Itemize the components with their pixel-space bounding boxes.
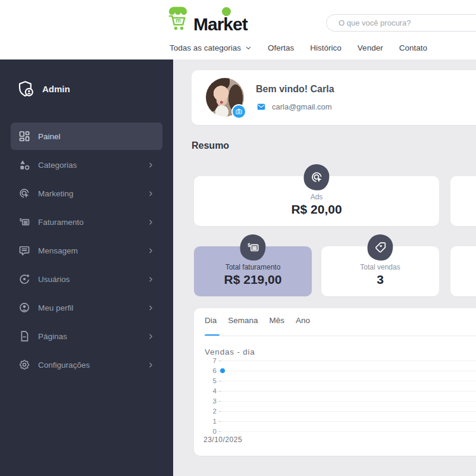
sidebar-item-label: Painel (38, 132, 155, 141)
gear-icon (18, 359, 30, 371)
admin-header: Admin (17, 80, 70, 98)
y-axis-tick: 3 (205, 397, 476, 405)
welcome-greeting: Bem vindo! Carla (256, 84, 334, 95)
x-axis-label: 23/10/2025 (203, 436, 242, 444)
tick-label: 7 (205, 357, 217, 364)
stat-label: Total vendas (321, 263, 439, 271)
sidebar-item-marketing[interactable]: Marketing (11, 180, 162, 207)
chevron-right-icon (147, 333, 155, 340)
admin-sidebar: Admin Painel Categorias (0, 60, 173, 476)
tab-dia[interactable]: Dia (205, 316, 217, 325)
sidebar-item-paginas[interactable]: Páginas (11, 322, 162, 350)
top-header: m Market Todas as categorias Ofertas His… (0, 0, 476, 60)
gridline (221, 381, 476, 381)
nav-contact[interactable]: Contato (399, 43, 427, 52)
sidebar-menu: Painel Categorias Marketing (11, 123, 162, 380)
svg-text:m: m (176, 17, 181, 24)
sidebar-item-faturamento[interactable]: $ Faturamento (11, 208, 162, 236)
click-icon (18, 187, 30, 199)
sidebar-item-mensagem[interactable]: Mensagem (11, 237, 162, 264)
gridline (221, 401, 476, 402)
sidebar-item-usuarios[interactable]: Usuários (11, 265, 162, 293)
tag-icon (374, 241, 387, 254)
invoice-icon: $ (18, 216, 30, 228)
stat-label: Ads (194, 193, 439, 201)
envelope-icon (256, 102, 267, 111)
sidebar-item-label: Mensagem (38, 246, 147, 255)
main-nav: Todas as categorias Ofertas Histórico Ve… (170, 43, 427, 52)
svg-text:$: $ (248, 243, 250, 248)
y-axis-tick: 0 (205, 427, 476, 436)
gridline (221, 391, 476, 392)
tick-label: 0 (205, 428, 217, 435)
sidebar-item-configuracoes[interactable]: Configurações (11, 351, 162, 378)
gridline (221, 431, 476, 432)
stat-card-vendas[interactable]: Total vendas 3 (321, 246, 439, 296)
stat-card-partial[interactable] (450, 176, 476, 226)
nav-label: Histórico (310, 43, 342, 52)
sidebar-item-label: Categorias (38, 161, 147, 170)
nav-label: Vender (358, 43, 383, 52)
chevron-right-icon (147, 161, 155, 169)
tab-mes[interactable]: Mês (270, 316, 285, 325)
stat-badge (367, 234, 394, 262)
sidebar-item-meu-perfil[interactable]: Meu perfil (11, 294, 162, 321)
logo[interactable]: m Market (165, 5, 248, 35)
stat-value: R$ 219,00 (194, 273, 312, 287)
user-plus-icon (18, 273, 30, 285)
stat-card-partial[interactable] (450, 246, 476, 296)
tab-semana[interactable]: Semana (228, 316, 258, 325)
sidebar-item-categorias[interactable]: Categorias (11, 151, 162, 178)
stat-label: Total faturamento (194, 263, 312, 271)
tab-ano[interactable]: Ano (296, 316, 310, 325)
nav-history[interactable]: Histórico (310, 43, 342, 52)
tick-label: 2 (205, 408, 217, 415)
y-axis-tick: 2 (205, 407, 476, 415)
tabs-divider (205, 336, 476, 336)
data-point (220, 368, 225, 373)
chevron-right-icon (147, 247, 155, 255)
change-photo-button[interactable] (231, 104, 246, 119)
gridline (221, 361, 476, 361)
tick-label: 1 (205, 418, 217, 425)
cart-logo-icon: m (165, 5, 191, 35)
tick-label: 6 (205, 367, 217, 374)
y-axis-tick: 6 (205, 367, 476, 375)
nav-sell[interactable]: Vender (358, 43, 383, 52)
welcome-card: Bem vindo! Carla carla@gmail.com (192, 70, 476, 125)
sidebar-item-label: Usuários (38, 275, 147, 284)
nav-label: Contato (399, 43, 427, 52)
sidebar-item-label: Configurações (38, 361, 147, 369)
gridline (221, 421, 476, 422)
user-circle-icon (18, 302, 30, 314)
camera-icon (235, 108, 243, 115)
tick-label: 3 (205, 397, 217, 405)
user-email: carla@gmail.com (272, 102, 332, 111)
stat-value: 3 (321, 273, 439, 287)
logo-dot (222, 7, 231, 16)
section-title: Resumo (192, 140, 229, 151)
email-row: carla@gmail.com (256, 102, 332, 111)
document-icon (18, 330, 30, 342)
message-icon (18, 245, 30, 256)
logo-text: Market (193, 14, 248, 35)
ad-click-icon (310, 171, 323, 184)
shapes-icon (18, 159, 30, 171)
search-input[interactable] (326, 14, 476, 32)
main-content: Bem vindo! Carla carla@gmail.com Resumo … (173, 60, 476, 476)
sidebar-item-painel[interactable]: Painel (11, 123, 162, 150)
tick-label: 5 (205, 377, 217, 384)
stat-card-ads[interactable]: Ads R$ 20,00 (194, 176, 439, 226)
nav-all-categories[interactable]: Todas as categorias (170, 43, 252, 52)
y-axis-tick: 7 (205, 356, 476, 365)
nav-label: Ofertas (268, 43, 294, 52)
chevron-right-icon (147, 361, 155, 369)
sidebar-item-label: Meu perfil (38, 303, 147, 312)
y-axis-tick: 4 (205, 387, 476, 395)
stat-value: R$ 20,00 (194, 202, 439, 217)
nav-offers[interactable]: Ofertas (268, 43, 294, 52)
y-axis-tick: 1 (205, 417, 476, 425)
stat-card-faturamento[interactable]: $ Total faturamento R$ 219,00 (194, 246, 312, 296)
chevron-right-icon (147, 304, 155, 312)
sidebar-title: Admin (42, 84, 70, 94)
